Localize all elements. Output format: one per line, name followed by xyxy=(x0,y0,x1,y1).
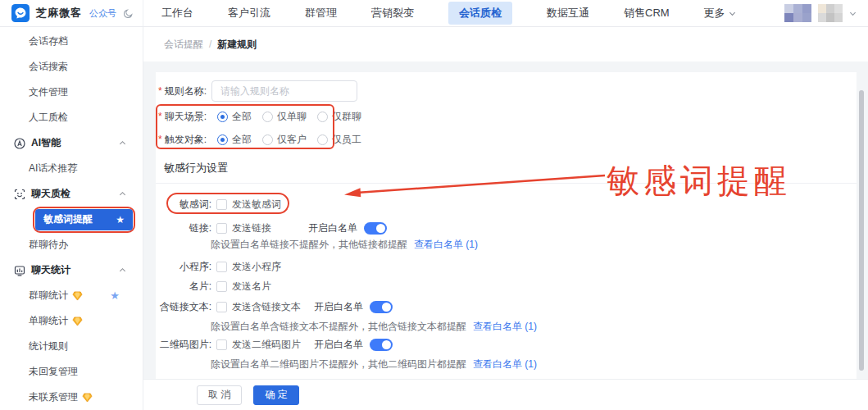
app-logo-icon xyxy=(11,4,30,22)
radio-dot xyxy=(217,112,228,122)
link-checkbox[interactable] xyxy=(216,223,227,234)
sidebar-section-chat-stats[interactable]: 聊天统计 xyxy=(0,257,143,283)
theme-moon-icon[interactable] xyxy=(123,8,134,19)
chevron-down-icon xyxy=(849,10,857,17)
breadcrumb-current: 新建规则 xyxy=(217,38,257,52)
nav-customer-acquisition[interactable]: 客户引流 xyxy=(228,6,270,20)
cancel-button[interactable]: 取 消 xyxy=(197,385,242,405)
sidebar-section-ai[interactable]: AI智能 xyxy=(0,130,143,156)
qrcode-whitelist-toggle[interactable] xyxy=(370,339,393,351)
behavior-row-card: 名片: 发送名片 xyxy=(156,276,857,296)
rule-name-row: *规则名称: xyxy=(156,81,857,101)
nav-conversation-qc[interactable]: 会话质检 xyxy=(448,2,512,25)
form-footer: 取 消 确 定 xyxy=(143,379,868,410)
link-whitelist-toggle[interactable] xyxy=(364,222,387,235)
premium-gem-icon xyxy=(72,317,83,326)
required-mark: * xyxy=(158,85,162,97)
link-whitelist-note: 除设置白名单链接不提醒外，其他链接都提醒 查看白名单 (1) xyxy=(211,238,478,251)
star-icon[interactable]: ★ xyxy=(116,214,125,226)
sidebar-item-archive[interactable]: 会话存档 xyxy=(0,29,143,54)
sensitive-word-checkbox[interactable] xyxy=(216,199,227,210)
sidebar-section-chat-qc[interactable]: 聊天质检 xyxy=(0,181,143,207)
nav-marketing-fission[interactable]: 营销裂变 xyxy=(371,6,414,20)
sidebar-item-stats-rules[interactable]: 统计规则 xyxy=(0,334,143,359)
trigger-target-row: *触发对象: 全部 仅客户 仅员工 xyxy=(156,130,857,149)
annotation-callout-text: 敏感词提醒 xyxy=(607,158,791,203)
avatar xyxy=(784,4,811,22)
main-content: 会话提醒 / 新建规则 *规则名称: *聊天场景: 全部 仅单聊 仅群聊 *触发… xyxy=(143,27,868,410)
nav-data-exchange[interactable]: 数据互通 xyxy=(547,6,589,20)
radio-dot xyxy=(317,112,328,122)
qrcode-checkbox[interactable] xyxy=(216,339,227,350)
sidebar-item-single-chat-stats[interactable]: 单聊统计 xyxy=(0,308,143,334)
vertical-scrollbar[interactable] xyxy=(859,90,864,371)
annotation-box-sidebar: 敏感词提醒 ★ xyxy=(33,207,135,233)
sidebar-item-sensitive-word-alert[interactable]: 敏感词提醒 ★ xyxy=(0,207,143,232)
brand-name: 芝麻微客 xyxy=(36,6,82,20)
qrcode-whitelist-note: 除设置白名单二维码图片不提醒外，其他二维码图片都提醒 查看白名单 (1) xyxy=(211,358,537,371)
chat-scene-row: *聊天场景: 全部 仅单聊 仅群聊 xyxy=(156,107,857,126)
nav-workbench[interactable]: 工作台 xyxy=(161,6,193,20)
behavior-row-link: 链接: 发送链接 开启白名单 xyxy=(156,218,857,238)
sidebar-item-search[interactable]: 会话搜索 xyxy=(0,54,143,80)
user-name-redacted xyxy=(818,4,843,22)
behavior-row-qrcode: 二维码图片: 发送二维码图片 开启白名单 xyxy=(156,335,857,354)
section-title-sensitive-behavior: 敏感行为设置 xyxy=(164,161,228,175)
radio-scene-all[interactable]: 全部 xyxy=(217,110,252,124)
radio-dot xyxy=(217,134,228,145)
chevron-up-icon[interactable] xyxy=(119,190,126,198)
chevron-up-icon[interactable] xyxy=(119,266,126,274)
user-account[interactable] xyxy=(784,4,857,22)
link-text-whitelist-note: 除设置白名单含链接文本不提醒外，其他含链接文本都提醒 查看白名单 (1) xyxy=(211,320,537,333)
ai-circle-icon xyxy=(14,138,25,149)
radio-dot xyxy=(262,112,273,122)
top-navigation: 工作台 客户引流 群管理 营销裂变 会话质检 数据互通 销售CRM 更多 xyxy=(161,0,736,26)
radio-target-staff[interactable]: 仅员工 xyxy=(317,133,361,147)
nav-sales-crm[interactable]: 销售CRM xyxy=(624,6,670,20)
behavior-row-miniprogram: 小程序: 发送小程序 xyxy=(156,257,857,276)
chevron-down-icon xyxy=(729,10,736,17)
sidebar-item-files[interactable]: 文件管理 xyxy=(0,80,143,105)
sidebar-item-unreplied[interactable]: 未回复管理 xyxy=(0,359,143,385)
radio-dot xyxy=(317,134,328,145)
link-text-view-whitelist[interactable]: 查看白名单 (1) xyxy=(473,320,537,334)
sidebar-item-uncontacted[interactable]: 未联系管理 xyxy=(0,385,143,410)
radio-dot xyxy=(262,134,273,145)
radio-target-customer[interactable]: 仅客户 xyxy=(262,133,307,147)
link-text-checkbox[interactable] xyxy=(216,302,227,312)
rule-name-input[interactable] xyxy=(211,80,357,102)
app-window: 芝麻微客 公众号 工作台 客户引流 群管理 营销裂变 会话质检 数据互通 销售C… xyxy=(0,0,868,410)
link-view-whitelist[interactable]: 查看白名单 (1) xyxy=(414,238,478,252)
sidebar: 会话存档 会话搜索 文件管理 人工质检 AI智能 AI话术推荐 聊天质检 敏感词… xyxy=(0,27,143,410)
radio-target-all[interactable]: 全部 xyxy=(217,133,252,147)
sidebar-item-ai-scripts[interactable]: AI话术推荐 xyxy=(0,156,143,181)
sidebar-item-manual-qc[interactable]: 人工质检 xyxy=(0,105,143,130)
star-icon[interactable]: ★ xyxy=(110,289,120,302)
nav-group-management[interactable]: 群管理 xyxy=(305,6,337,20)
brand-area: 芝麻微客 公众号 xyxy=(0,0,143,26)
topbar: 芝麻微客 公众号 工作台 客户引流 群管理 营销裂变 会话质检 数据互通 销售C… xyxy=(0,0,868,27)
sidebar-item-group-stats[interactable]: 群聊统计 ★ xyxy=(0,283,143,308)
breadcrumb-parent[interactable]: 会话提醒 xyxy=(164,38,203,52)
radio-scene-group[interactable]: 仅群聊 xyxy=(317,110,361,124)
breadcrumb-separator: / xyxy=(209,39,211,50)
rule-form-card: *规则名称: *聊天场景: 全部 仅单聊 仅群聊 *触发对象: 全部 仅客户 仅… xyxy=(156,72,857,379)
business-card-checkbox[interactable] xyxy=(216,281,227,292)
radio-scene-single[interactable]: 仅单聊 xyxy=(262,110,307,124)
brand-tag[interactable]: 公众号 xyxy=(89,7,116,20)
qrcode-view-whitelist[interactable]: 查看白名单 (1) xyxy=(473,358,537,371)
link-text-whitelist-toggle[interactable] xyxy=(370,301,393,313)
premium-gem-icon xyxy=(82,393,93,403)
chart-board-icon xyxy=(14,265,25,276)
sidebar-item-group-todo[interactable]: 群聊待办 xyxy=(0,232,143,257)
miniprogram-checkbox[interactable] xyxy=(216,262,227,272)
breadcrumb: 会话提醒 / 新建规则 xyxy=(143,27,868,61)
chevron-up-icon[interactable] xyxy=(119,139,126,147)
confirm-button[interactable]: 确 定 xyxy=(253,385,298,405)
face-scan-icon xyxy=(14,189,25,200)
premium-gem-icon xyxy=(72,291,83,301)
behavior-row-link-text: 含链接文本: 发送含链接文本 开启白名单 xyxy=(156,297,857,317)
nav-more[interactable]: 更多 xyxy=(704,6,736,20)
